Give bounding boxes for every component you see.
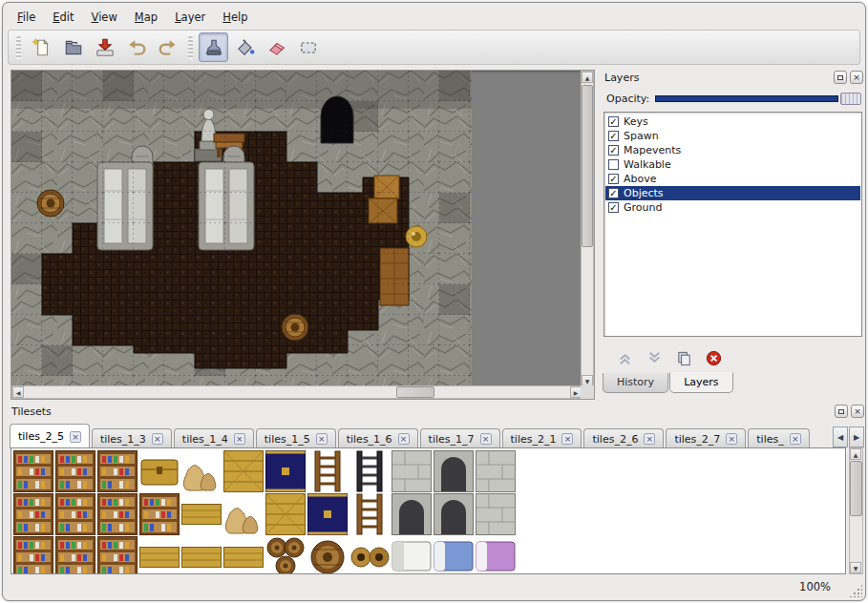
- tabs-scroll-right-icon[interactable]: ▶: [849, 426, 864, 447]
- tab-close-icon[interactable]: ×: [70, 431, 81, 443]
- layer-row-ground[interactable]: ✓Ground: [605, 200, 860, 215]
- tileset-tab-tiles_1_6[interactable]: tiles_1_6×: [338, 428, 418, 448]
- map-vscroll-thumb[interactable]: [582, 85, 593, 247]
- tileset-tab-label: tiles_1_3: [100, 433, 146, 446]
- tileset-image[interactable]: [13, 450, 521, 574]
- tileset-tab-tiles_2_6[interactable]: tiles_2_6×: [583, 428, 664, 448]
- layers-panel-title: Layers: [604, 72, 639, 84]
- tileset-tab-tiles_1_5[interactable]: tiles_1_5×: [256, 428, 336, 448]
- tileset-tab-tiles_1_7[interactable]: tiles_1_7×: [420, 428, 500, 448]
- tab-close-icon[interactable]: ×: [480, 433, 492, 445]
- layer-label: Spawn: [624, 130, 659, 142]
- map-horizontal-scrollbar[interactable]: ◀ ▶: [11, 385, 582, 399]
- map-canvas[interactable]: [11, 71, 472, 385]
- toolbar: [8, 30, 860, 65]
- lower-layer-icon: [646, 349, 664, 367]
- save-map-button[interactable]: [90, 32, 119, 62]
- menu-view[interactable]: View: [83, 7, 126, 28]
- tile-grid-overlay: [11, 71, 472, 385]
- layer-row-keys[interactable]: ✓Keys: [605, 114, 860, 129]
- opacity-slider-handle[interactable]: [840, 93, 861, 105]
- tileset-tab-tiles_2_1[interactable]: tiles_2_1×: [502, 428, 582, 448]
- stamp-tool-button[interactable]: [199, 32, 228, 62]
- float-tilesets-button[interactable]: [835, 405, 848, 418]
- tab-close-icon[interactable]: ×: [152, 433, 163, 445]
- layer-row-mapevents[interactable]: ✓Mapevents: [605, 143, 860, 157]
- undo-button[interactable]: [121, 32, 151, 62]
- tab-close-icon[interactable]: ×: [790, 433, 801, 445]
- tab-close-icon[interactable]: ×: [398, 433, 410, 445]
- duplicate-layer-button[interactable]: [672, 346, 695, 369]
- opacity-slider[interactable]: [655, 92, 861, 106]
- close-tilesets-button[interactable]: ×: [851, 405, 864, 418]
- menu-file[interactable]: File: [9, 7, 44, 28]
- dock-tab-layers[interactable]: Layers: [669, 372, 732, 393]
- eraser-tool-button[interactable]: [262, 32, 291, 62]
- layer-visibility-checkbox[interactable]: ✓: [608, 202, 619, 213]
- raise-layer-button[interactable]: [613, 346, 636, 369]
- menu-help[interactable]: Help: [214, 7, 256, 28]
- select-tool-button[interactable]: [293, 32, 323, 62]
- tileset-tab-tiles_1_4[interactable]: tiles_1_4×: [174, 428, 254, 448]
- layer-visibility-checkbox[interactable]: ✓: [608, 188, 619, 198]
- scroll-down-icon[interactable]: ▼: [850, 562, 861, 573]
- open-map-button[interactable]: [58, 32, 88, 62]
- dock-tabs: HistoryLayers: [603, 373, 733, 398]
- lower-layer-button[interactable]: [643, 346, 666, 369]
- menubar: FileEditViewMapLayerHelp: [9, 7, 256, 28]
- layer-visibility-checkbox[interactable]: ✓: [608, 145, 619, 156]
- toolbar-file-group: [27, 32, 182, 62]
- menu-map[interactable]: Map: [126, 7, 166, 28]
- save-icon: [95, 37, 116, 58]
- new-map-button[interactable]: [27, 32, 56, 62]
- scroll-left-icon[interactable]: ◀: [12, 386, 24, 398]
- layer-row-spawn[interactable]: ✓Spawn: [605, 129, 860, 143]
- menu-layer[interactable]: Layer: [166, 7, 214, 28]
- tileset-tab-tiles_1_3[interactable]: tiles_1_3×: [92, 428, 172, 448]
- fill-tool-button[interactable]: [230, 32, 260, 62]
- scroll-up-icon[interactable]: ▲: [850, 448, 861, 460]
- tileset-tab-tiles_2_7[interactable]: tiles_2_7×: [666, 428, 746, 448]
- dock-tab-history[interactable]: History: [603, 373, 668, 393]
- float-icon: [837, 75, 843, 80]
- select-icon: [298, 37, 319, 58]
- layer-row-above[interactable]: ✓Above: [605, 172, 860, 186]
- layers-list: ✓Keys✓Spawn✓MapeventsWalkable✓Above✓Obje…: [603, 112, 862, 337]
- layer-visibility-checkbox[interactable]: ✓: [608, 174, 619, 184]
- tabs-scroll-left-icon[interactable]: ◀: [833, 426, 848, 447]
- tab-close-icon[interactable]: ×: [561, 433, 573, 445]
- tab-close-icon[interactable]: ×: [234, 433, 245, 445]
- tileset-tab-tiles_2_5[interactable]: tiles_2_5×: [10, 424, 90, 448]
- layer-label: Keys: [624, 115, 648, 128]
- tab-close-icon[interactable]: ×: [316, 433, 328, 445]
- close-panel-button[interactable]: ×: [850, 71, 863, 84]
- redo-button[interactable]: [153, 32, 182, 62]
- new-file-icon: [32, 37, 53, 58]
- layer-row-walkable[interactable]: Walkable: [605, 157, 860, 172]
- tileset-vscroll-thumb[interactable]: [850, 461, 862, 516]
- layer-row-objects[interactable]: ✓Objects: [605, 186, 860, 200]
- layer-visibility-checkbox[interactable]: [608, 159, 619, 170]
- float-panel-button[interactable]: [834, 71, 847, 84]
- toolbar-drag-handle[interactable]: [16, 36, 21, 59]
- tileset-tab-label: tiles_2_6: [592, 433, 638, 446]
- opacity-slider-fill: [655, 95, 838, 102]
- toolbar-drag-handle-2[interactable]: [188, 36, 193, 59]
- app-window: FileEditViewMapLayerHelp: [2, 2, 866, 601]
- scroll-up-icon[interactable]: ▲: [582, 72, 593, 83]
- fill-icon: [235, 37, 256, 58]
- close-icon: ×: [853, 73, 860, 82]
- resize-grip[interactable]: [849, 584, 862, 597]
- map-hscroll-thumb[interactable]: [396, 386, 434, 398]
- open-icon: [63, 37, 84, 58]
- tileset-vertical-scrollbar[interactable]: ▲ ▼: [849, 447, 863, 574]
- tab-close-icon[interactable]: ×: [644, 433, 655, 445]
- layer-visibility-checkbox[interactable]: ✓: [608, 131, 619, 141]
- menu-edit[interactable]: Edit: [44, 7, 82, 28]
- map-vertical-scrollbar[interactable]: ▲ ▼: [581, 71, 594, 387]
- tilesets-panel: Tilesets × tiles_2_5×tiles_1_3×tiles_1_4…: [8, 404, 866, 577]
- tileset-tab-tiles_[interactable]: tiles_×: [748, 428, 809, 448]
- layer-visibility-checkbox[interactable]: ✓: [608, 116, 619, 127]
- tab-close-icon[interactable]: ×: [726, 433, 737, 445]
- delete-layer-button[interactable]: [702, 346, 725, 369]
